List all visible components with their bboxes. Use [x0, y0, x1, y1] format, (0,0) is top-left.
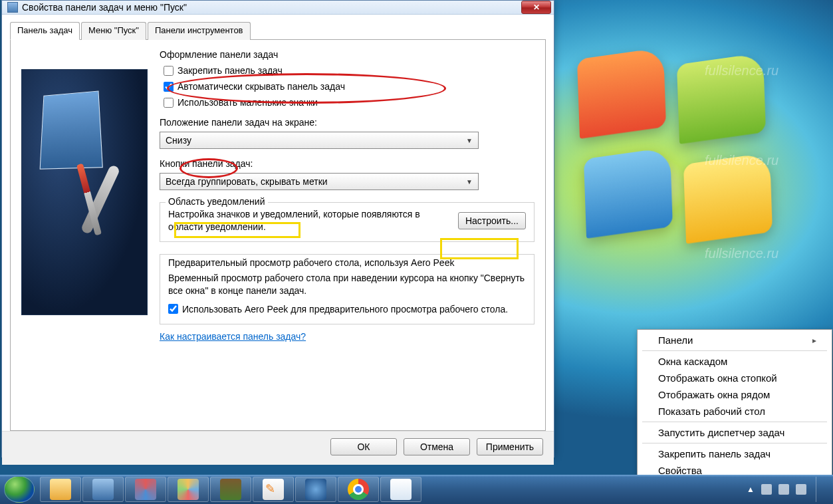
position-label: Положение панели задач на экране: [160, 117, 535, 128]
ctx-show-desktop[interactable]: Показать рабочий стол [640, 403, 830, 420]
ctx-separator [642, 350, 827, 351]
autohide-checkbox[interactable]: Автоматически скрывать панель задач [160, 80, 535, 93]
tab-startmenu[interactable]: Меню "Пуск" [81, 22, 146, 40]
windows-logo [578, 53, 778, 253]
annotation-box-yellow [440, 238, 519, 259]
customize-button[interactable]: Настроить... [458, 212, 526, 229]
folder-icon [50, 479, 71, 500]
buttons-label: Кнопки панели задач: [160, 158, 535, 169]
apply-button[interactable]: Применить [477, 438, 543, 455]
taskbar-item-snipping[interactable] [125, 477, 166, 502]
chevron-down-icon: ▼ [466, 137, 473, 144]
palette-icon [178, 479, 199, 500]
taskbar-item-explorer[interactable] [40, 477, 81, 502]
illustration [21, 69, 148, 315]
buttons-value: Всегда группировать, скрывать метки [166, 176, 328, 187]
small-icons-checkbox[interactable]: Использовать маленькие значки [160, 96, 535, 109]
taskbar-item-paint[interactable] [168, 477, 209, 502]
tray-flag-icon[interactable] [761, 484, 772, 495]
show-desktop-button[interactable] [816, 477, 824, 502]
tab-row: Панель задач Меню "Пуск" Панели инструме… [10, 21, 546, 40]
ctx-task-manager[interactable]: Запустить диспетчер задач [640, 424, 830, 441]
taskbar-item-control-panel[interactable] [82, 477, 124, 502]
system-tray[interactable]: ▲ [747, 477, 829, 502]
minecraft-icon [220, 479, 241, 500]
close-button[interactable]: ✕ [521, 1, 551, 14]
aero-peek-fieldset: Предварительный просмотр рабочего стола,… [160, 254, 535, 324]
tray-network-icon[interactable] [778, 484, 789, 495]
small-icons-input[interactable] [164, 98, 174, 108]
buttons-dropdown[interactable]: Всегда группировать, скрывать метки ▼ [160, 173, 479, 190]
annotation-box-yellow [174, 222, 300, 238]
position-value: Снизу [166, 135, 191, 146]
aero-peek-label: Использовать Aero Peek для предварительн… [182, 304, 508, 315]
thunderbird-icon [305, 479, 326, 500]
taskbar-context-menu: Панели Окна каскадом Отображать окна сто… [637, 329, 832, 481]
notification-legend: Область уведомлений [166, 196, 268, 207]
control-panel-icon [92, 479, 114, 500]
lock-taskbar-input[interactable] [164, 66, 174, 76]
help-link[interactable]: Как настраивается панель задач? [160, 331, 535, 342]
aero-desc: Временный просмотр рабочего стола при на… [168, 272, 526, 297]
taskbar-item-minecraft[interactable] [210, 477, 251, 502]
tab-toolbars[interactable]: Панели инструментов [148, 22, 251, 40]
chevron-down-icon: ▼ [466, 178, 473, 186]
chrome-icon [348, 479, 369, 500]
window-title: Свойства панели задач и меню "Пуск" [22, 2, 521, 13]
autohide-label: Автоматически скрывать панель задач [178, 81, 345, 92]
ok-button[interactable]: ОК [330, 438, 397, 455]
lock-taskbar-label: Закрепить панель задач [178, 65, 283, 76]
taskbar-item-thunderbird[interactable] [295, 477, 336, 502]
ctx-separator [642, 443, 827, 443]
ctx-panels[interactable]: Панели [640, 332, 830, 348]
taskbar-properties-dialog: Свойства панели задач и меню "Пуск" ✕ Па… [1, 0, 554, 457]
tray-volume-icon[interactable] [796, 484, 806, 495]
autohide-input[interactable] [164, 82, 174, 92]
scissors-icon [135, 479, 156, 500]
taskbar-item-notepad[interactable] [380, 477, 421, 502]
cancel-button[interactable]: Отмена [404, 438, 470, 455]
ctx-cascade[interactable]: Окна каскадом [640, 353, 830, 370]
ctx-stack[interactable]: Отображать окна стопкой [640, 370, 830, 386]
window-icon [7, 2, 18, 13]
dialog-button-row: ОК Отмена Применить [2, 431, 554, 465]
notepad-icon [390, 479, 412, 500]
appearance-label: Оформление панели задач [160, 49, 535, 60]
taskbar-item-chrome[interactable] [338, 477, 379, 502]
aero-peek-checkbox[interactable]: Использовать Aero Peek для предварительн… [168, 303, 526, 316]
desktop: fullsilence.ru fullsilence.ru fullsilenc… [0, 0, 833, 504]
start-button[interactable] [4, 476, 35, 503]
aero-peek-input[interactable] [168, 304, 178, 314]
ctx-lock-taskbar[interactable]: Закрепить панель задач [640, 445, 830, 462]
tab-panel: Оформление панели задач Закрепить панель… [10, 40, 546, 431]
position-dropdown[interactable]: Снизу ▼ [160, 132, 479, 149]
taskbar[interactable]: ✎ ▲ [0, 475, 833, 504]
tab-taskbar[interactable]: Панель задач [10, 22, 80, 40]
lock-taskbar-checkbox[interactable]: Закрепить панель задач [160, 64, 535, 77]
small-icons-label: Использовать маленькие значки [178, 97, 318, 108]
document-icon: ✎ [263, 479, 284, 500]
ctx-side-by-side[interactable]: Отображать окна рядом [640, 386, 830, 403]
ctx-separator [642, 422, 827, 422]
taskbar-item-editor[interactable]: ✎ [253, 477, 294, 502]
titlebar[interactable]: Свойства панели задач и меню "Пуск" ✕ [2, 1, 554, 15]
tray-chevron-icon[interactable]: ▲ [747, 485, 755, 494]
